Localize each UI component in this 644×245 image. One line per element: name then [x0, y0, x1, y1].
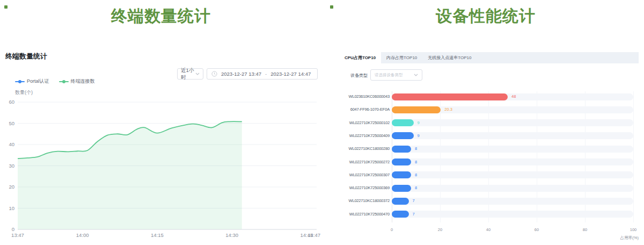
bar-value-label: 9	[418, 129, 420, 142]
device-label: WL022710K725000307	[343, 169, 390, 182]
bar-value-label: 7	[413, 194, 415, 207]
clock-icon	[211, 71, 217, 77]
device-label: WL022710KC18000280	[343, 142, 390, 155]
bar-row: WL023610KC0600004348	[343, 90, 639, 103]
legend-label: 终端连接数	[71, 78, 95, 85]
bar-row: WL022710K7250003078	[343, 169, 639, 182]
y-tick-label: 20	[9, 184, 14, 190]
bar-row: WL022710KC180003727	[343, 194, 639, 207]
area-fill	[18, 121, 242, 229]
bar-value-label: 9	[418, 117, 420, 129]
bar-track	[392, 185, 633, 192]
tab-1[interactable]: 内存占用TOP10	[381, 52, 422, 63]
bar-row: WL022710K7250004099	[343, 129, 639, 142]
y-axis-title: 数量(个)	[15, 89, 33, 96]
x-tick-label: 13:47	[11, 232, 24, 238]
x-axis-title: 占用率(%)	[590, 235, 639, 241]
device-label: WL022710KC18000372	[343, 194, 390, 207]
date-range-separator: -	[265, 71, 267, 77]
bar-track	[392, 211, 633, 218]
x-tick-label: 14:15	[151, 232, 164, 238]
bar-value-label: 20.3	[444, 103, 452, 116]
bar-row: WL022710K7250002728	[343, 156, 639, 169]
x-tick-label: 80	[577, 227, 593, 232]
time-range-select[interactable]: 近1小时	[177, 68, 203, 80]
chevron-down-icon	[414, 74, 418, 76]
line-chart-legend: Portal认证 终端连接数	[15, 78, 95, 84]
performance-tabbar: CPU占用TOP10内存占用TOP10无线接入点速率TOP10	[339, 52, 639, 63]
bar-value-label: 8	[415, 156, 417, 169]
device-label: WL022710K725000272	[343, 156, 390, 169]
y-tick-label: 0	[12, 226, 14, 232]
device-label: 6047-FF96-1070-EF0A	[343, 103, 390, 116]
legend-item-0[interactable]: Portal认证	[15, 78, 49, 85]
terminal-count-panel-title: 终端数量统计	[5, 52, 47, 61]
y-tick-label: 10	[9, 205, 14, 211]
bar	[392, 211, 409, 218]
device-type-label: 设备类型	[350, 73, 368, 78]
legend-label: Portal认证	[27, 78, 49, 85]
bar-track	[392, 158, 633, 165]
x-tick-label: 14:00	[76, 232, 89, 238]
bar-value-label: 7	[413, 208, 415, 221]
bar-row: WL022710K7250003698	[343, 182, 639, 194]
x-tick-label: 40	[480, 227, 496, 232]
bar	[392, 132, 414, 139]
device-label: WL023610KC06000043	[343, 90, 390, 103]
tab-0[interactable]: CPU占用TOP10	[339, 52, 381, 63]
legend-marker-icon	[15, 80, 25, 84]
bar	[392, 185, 411, 192]
bar-track	[392, 198, 633, 205]
bar	[392, 93, 508, 100]
device-type-placeholder: 请选择设备类型	[375, 73, 403, 78]
x-tick-label: 20	[432, 227, 448, 232]
bar-track	[392, 119, 633, 126]
x-tick-label: 0	[384, 227, 400, 232]
device-label: WL022710K725000470	[343, 208, 390, 221]
legend-marker-icon	[59, 80, 69, 84]
device-label: WL022710K725000102	[343, 117, 390, 129]
bar-value-label: 48	[511, 90, 516, 103]
bar-row: WL022710KC180002808	[343, 142, 639, 155]
x-tick-label: 14:30	[225, 232, 238, 238]
bar-row: 6047-FF96-1070-EF0A20.3	[343, 103, 639, 116]
right-section-heading: 设备性能统计	[327, 4, 644, 28]
bar	[392, 106, 441, 113]
bar-track	[392, 146, 633, 153]
bar	[392, 146, 411, 153]
x-tick-label: 60	[529, 227, 545, 232]
date-range-end: 2023-12-27 14:47	[270, 71, 311, 77]
bar-value-label: 8	[415, 169, 417, 182]
bar-track	[392, 171, 633, 178]
left-section-heading: 终端数量统计	[0, 4, 322, 28]
date-range-picker[interactable]: 2023-12-27 13:47 - 2023-12-27 14:47	[207, 68, 318, 80]
bar-track	[392, 132, 633, 139]
bar	[392, 198, 409, 205]
bar-row: WL022710K7250004707	[343, 208, 639, 221]
device-type-select[interactable]: 请选择设备类型	[370, 69, 422, 81]
y-tick-label: 30	[9, 163, 14, 169]
chevron-down-icon	[195, 73, 200, 75]
legend-item-1[interactable]: 终端连接数	[59, 78, 95, 85]
bar-value-label: 8	[415, 142, 417, 155]
y-tick-label: 60	[9, 99, 14, 105]
device-label: WL022710K725000409	[343, 129, 390, 142]
tab-2[interactable]: 无线接入点速率TOP10	[422, 52, 477, 63]
bar-value-label: 8	[415, 182, 417, 194]
device-label: WL022710K725000369	[343, 182, 390, 194]
y-tick-label: 50	[9, 120, 14, 126]
date-range-start: 2023-12-27 13:47	[221, 71, 261, 77]
time-range-select-value: 近1小时	[181, 67, 195, 81]
dashboard: 终端数量统计 设备性能统计 终端数量统计 近1小时 2023-12-27 13:…	[0, 0, 644, 245]
bar-row: WL022710K7250001029	[343, 117, 639, 129]
x-tick-label: 100	[625, 227, 641, 232]
y-tick-label: 40	[9, 141, 14, 147]
bar	[392, 158, 411, 165]
bar	[392, 119, 414, 126]
terminal-count-chart: 010203040506013:4714:0014:1514:3014:4514…	[0, 97, 322, 245]
bar	[392, 171, 411, 178]
x-tick-label: 14:47	[308, 232, 320, 238]
